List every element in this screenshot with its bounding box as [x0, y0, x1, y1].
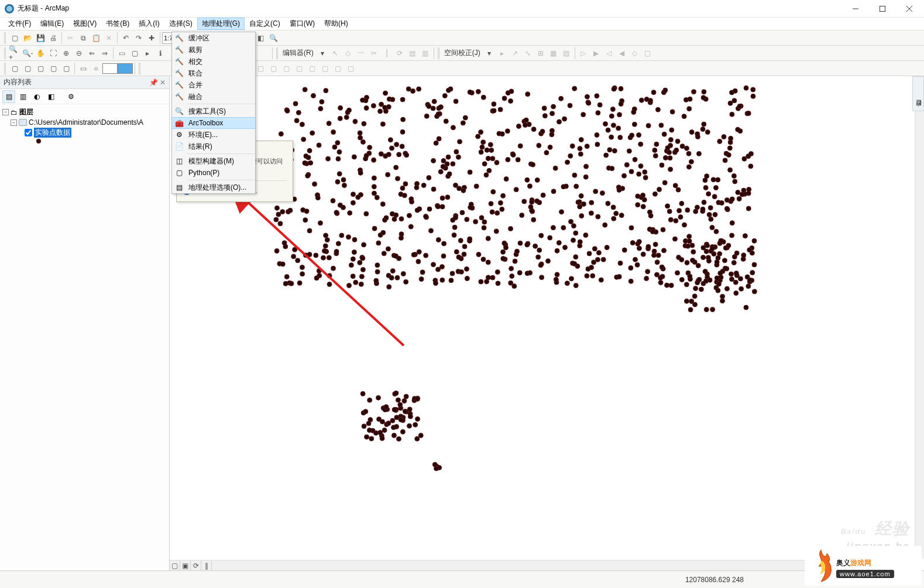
rotate-icon[interactable]: ⟳	[393, 47, 406, 60]
list-by-drawing-order-icon[interactable]: ▤	[2, 90, 15, 103]
toc-tree[interactable]: −🗀 图层 − C:\Users\Administrator\Documents…	[0, 104, 169, 146]
layer5-icon[interactable]: ▢	[60, 62, 73, 75]
clear-selection-icon[interactable]: ▢	[128, 47, 141, 60]
search-icon[interactable]: 🔍	[267, 32, 280, 45]
select-icon[interactable]: ▸	[496, 47, 509, 60]
undo-icon[interactable]: ↶	[119, 32, 132, 45]
horizontal-scrollbar[interactable]: ▢ ▣ ⟳ ‖	[170, 560, 915, 570]
layer-visibility-checkbox[interactable]	[25, 129, 32, 136]
menu-插入[interactable]: 插入(I)	[134, 18, 164, 30]
select-elements-icon[interactable]: ▸	[141, 47, 154, 60]
menu-选择[interactable]: 选择(S)	[164, 18, 197, 30]
refresh-icon[interactable]: ⟳	[191, 561, 201, 570]
georef5-icon[interactable]: ◇	[628, 47, 641, 60]
point-symbol[interactable]	[36, 139, 41, 143]
pause-icon[interactable]: ‖	[201, 561, 212, 570]
options-icon[interactable]: ⚙	[64, 90, 77, 103]
menu-item-裁剪[interactable]: 🔨裁剪	[172, 44, 255, 56]
fixed-zoom-out-icon[interactable]: ⊖	[73, 47, 85, 60]
georef2-icon[interactable]: ▶	[590, 47, 603, 60]
redo-icon[interactable]: ↷	[132, 32, 145, 45]
menu-帮助[interactable]: 帮助(H)	[320, 18, 353, 30]
copy-icon[interactable]: ⧉	[77, 32, 90, 45]
georef-icon[interactable]: ▷	[577, 47, 590, 60]
toolbar-grip[interactable]	[138, 63, 142, 74]
data-view-icon[interactable]: ▢	[170, 561, 180, 570]
menu-视图[interactable]: 视图(V)	[68, 18, 101, 30]
layer-name[interactable]: 实验点数据	[34, 128, 71, 138]
layout-view-icon[interactable]: ▣	[180, 561, 191, 570]
multi-link-icon[interactable]: ⤡	[521, 47, 534, 60]
fill-color-swatch[interactable]	[102, 63, 118, 74]
print-icon[interactable]: 🖨	[47, 32, 60, 45]
identity-link-icon[interactable]: ⊞	[534, 47, 547, 60]
pan-icon[interactable]: ✋	[34, 47, 47, 60]
menu-item-ArcToolbox[interactable]: 🧰ArcToolbox	[172, 117, 255, 129]
editor-dropdown-icon[interactable]: ▾	[316, 47, 329, 60]
tb-icon[interactable]: ▢	[318, 62, 331, 75]
menu-item-环境(E)...[interactable]: ⚙环境(E)...	[172, 129, 255, 141]
menu-item-融合[interactable]: 🔨融合	[172, 91, 255, 102]
menu-编辑[interactable]: 编辑(E)	[36, 18, 68, 30]
draw-circle-icon[interactable]: ○	[90, 62, 102, 75]
catalog-collapsed-tab[interactable]: 目录	[912, 76, 924, 111]
toolbar-grip[interactable]	[4, 63, 7, 74]
cut-polygons-icon[interactable]: ✂	[367, 47, 380, 60]
menu-文件[interactable]: 文件(F)	[4, 18, 36, 30]
menu-item-相交[interactable]: 🔨相交	[172, 56, 255, 67]
collapse-icon[interactable]: −	[2, 109, 9, 115]
minimize-button[interactable]	[842, 0, 869, 18]
attributes-icon[interactable]: ▤	[406, 47, 419, 60]
list-by-source-icon[interactable]: ▥	[16, 90, 29, 103]
paste-icon[interactable]: 📋	[90, 32, 102, 45]
zoom-in-icon[interactable]: 🔍+	[8, 47, 21, 60]
menu-自定义[interactable]: 自定义(C)	[245, 18, 285, 30]
open-icon[interactable]: 📂	[21, 32, 34, 45]
menu-item-地理处理选项(O)...[interactable]: ▤地理处理选项(O)...	[172, 182, 255, 193]
layer2-icon[interactable]: ▢	[21, 62, 34, 75]
toolbar-grip[interactable]	[276, 47, 279, 59]
editor-menu[interactable]: 编辑器(R)	[280, 48, 316, 58]
delete-icon[interactable]: ✕	[102, 32, 115, 45]
toolbar-grip[interactable]	[4, 47, 7, 59]
maximize-button[interactable]	[869, 0, 896, 18]
georef4-icon[interactable]: ◀	[616, 47, 628, 60]
new-icon[interactable]: ▢	[8, 32, 21, 45]
list-by-visibility-icon[interactable]: ◐	[30, 90, 43, 103]
add-data-icon[interactable]: ✚	[145, 32, 158, 45]
data-source-path[interactable]: C:\Users\Administrator\Documents\A	[29, 118, 143, 127]
menu-item-合并[interactable]: 🔨合并	[172, 79, 255, 91]
toolbar-grip[interactable]	[4, 32, 7, 44]
close-button[interactable]	[896, 0, 923, 18]
pin-icon[interactable]: 📌 ✕	[149, 78, 166, 87]
menu-item-搜索工具(S)[interactable]: 🔍搜索工具(S)	[172, 105, 255, 117]
menu-书签[interactable]: 书签(B)	[101, 18, 134, 30]
tb-icon[interactable]: ▢	[254, 62, 267, 75]
tb-icon[interactable]: ▢	[344, 62, 357, 75]
menu-item-模型构建器(M)[interactable]: ◫模型构建器(M)	[172, 155, 255, 167]
identify-icon[interactable]: ℹ	[154, 47, 167, 60]
link-table-icon[interactable]: ▤	[560, 47, 573, 60]
menu-item-缓冲区[interactable]: 🔨缓冲区	[172, 32, 255, 44]
layer4-icon[interactable]: ▢	[47, 62, 60, 75]
spatial-adjustment-menu[interactable]: 空间校正(J)	[442, 48, 483, 58]
fixed-zoom-in-icon[interactable]: ⊕	[60, 47, 73, 60]
draw-rectangle-icon[interactable]: ▭	[77, 62, 90, 75]
sketch-props-icon[interactable]: ▥	[419, 47, 432, 60]
list-by-selection-icon[interactable]: ◧	[44, 90, 57, 103]
cut-icon[interactable]: ✂	[64, 32, 77, 45]
full-extent-icon[interactable]: ⛶	[47, 47, 60, 60]
save-icon[interactable]: 💾	[34, 32, 47, 45]
spatial-adj-dropdown-icon[interactable]: ▾	[483, 47, 496, 60]
zoom-out-icon[interactable]: 🔍-	[21, 47, 34, 60]
vertical-scrollbar[interactable]	[915, 76, 924, 559]
menu-窗口[interactable]: 窗口(W)	[285, 18, 320, 30]
edit-vertices-icon[interactable]: ◇	[342, 47, 355, 60]
tb-icon[interactable]: ▢	[305, 62, 318, 75]
tb-icon[interactable]: ▢	[267, 62, 280, 75]
georef6-icon[interactable]: ▢	[641, 47, 654, 60]
tb-icon[interactable]: ▢	[293, 62, 305, 75]
menu-item-联合[interactable]: 🔨联合	[172, 67, 255, 79]
model-builder-icon[interactable]: ◧	[254, 32, 267, 45]
georef3-icon[interactable]: ◁	[603, 47, 616, 60]
